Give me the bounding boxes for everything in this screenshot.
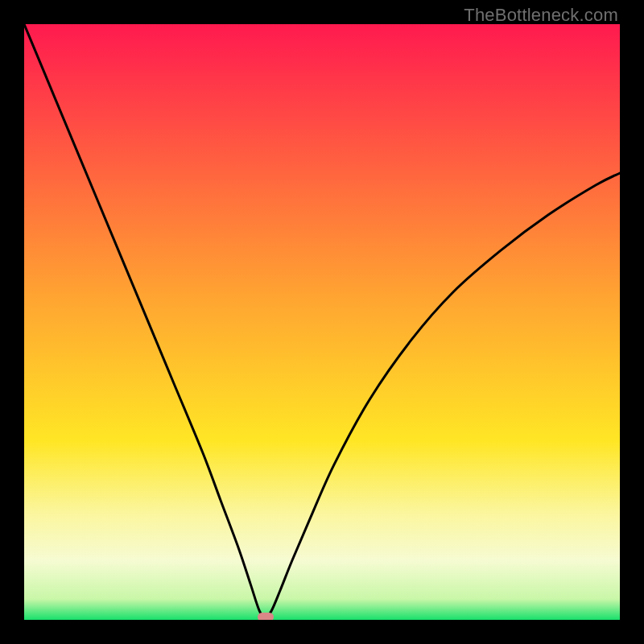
watermark-text: TheBottleneck.com — [464, 5, 618, 26]
plot-area — [24, 24, 620, 620]
chart-frame: TheBottleneck.com — [0, 0, 644, 644]
svg-rect-0 — [24, 24, 620, 620]
background-gradient — [24, 24, 620, 620]
optimal-marker — [258, 613, 274, 620]
